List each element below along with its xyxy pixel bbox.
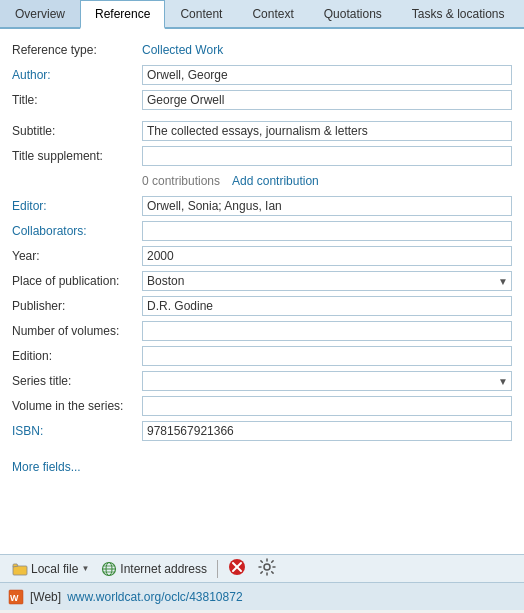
toolbar-separator bbox=[217, 560, 218, 578]
web-icon: W bbox=[8, 589, 24, 605]
year-row: Year: bbox=[12, 245, 512, 267]
year-label: Year: bbox=[12, 249, 142, 263]
edition-label: Edition: bbox=[12, 349, 142, 363]
series-title-label: Series title: bbox=[12, 374, 142, 388]
volume-label: Volume in the series: bbox=[12, 399, 142, 413]
url-bar: W [Web] www.worldcat.org/oclc/43810872 bbox=[0, 582, 524, 610]
volume-row: Volume in the series: bbox=[12, 395, 512, 417]
svg-text:W: W bbox=[10, 593, 19, 603]
content-area: Reference type: Collected Work Author: T… bbox=[0, 29, 524, 554]
local-file-button[interactable]: Local file ▼ bbox=[8, 559, 93, 579]
local-file-dropdown-icon: ▼ bbox=[81, 564, 89, 573]
edition-row: Edition: bbox=[12, 345, 512, 367]
local-file-icon bbox=[12, 561, 28, 577]
series-title-row: Series title: ▼ bbox=[12, 370, 512, 392]
svg-point-9 bbox=[264, 564, 270, 570]
collaborators-label: Collaborators: bbox=[12, 224, 142, 238]
title-row: Title: bbox=[12, 89, 512, 111]
editor-label: Editor: bbox=[12, 199, 142, 213]
publisher-label: Publisher: bbox=[12, 299, 142, 313]
contributions-row: 0 contributions Add contribution bbox=[12, 170, 512, 192]
internet-address-button[interactable]: Internet address bbox=[97, 559, 211, 579]
subtitle-input[interactable] bbox=[142, 121, 512, 141]
tab-overview[interactable]: Overview bbox=[0, 0, 80, 27]
num-volumes-label: Number of volumes: bbox=[12, 324, 142, 338]
subtitle-label: Subtitle: bbox=[12, 124, 142, 138]
publisher-row: Publisher: bbox=[12, 295, 512, 317]
editor-row: Editor: bbox=[12, 195, 512, 217]
num-volumes-row: Number of volumes: bbox=[12, 320, 512, 342]
more-fields-link[interactable]: More fields... bbox=[12, 460, 81, 474]
delete-button[interactable] bbox=[224, 558, 250, 579]
tab-quotations[interactable]: Quotations bbox=[309, 0, 397, 27]
title-supplement-label: Title supplement: bbox=[12, 149, 142, 163]
tab-bar: Overview Reference Content Context Quota… bbox=[0, 0, 524, 29]
subtitle-row: Subtitle: bbox=[12, 120, 512, 142]
author-input[interactable] bbox=[142, 65, 512, 85]
tab-context[interactable]: Context bbox=[237, 0, 308, 27]
url-link[interactable]: www.worldcat.org/oclc/43810872 bbox=[67, 590, 242, 604]
isbn-row: ISBN: bbox=[12, 420, 512, 442]
edition-input[interactable] bbox=[142, 346, 512, 366]
author-label: Author: bbox=[12, 68, 142, 82]
title-input[interactable] bbox=[142, 90, 512, 110]
bottom-toolbar: Local file ▼ Internet address bbox=[0, 554, 524, 582]
url-label: [Web] bbox=[30, 590, 61, 604]
year-input[interactable] bbox=[142, 246, 512, 266]
title-supplement-row: Title supplement: bbox=[12, 145, 512, 167]
collaborators-row: Collaborators: bbox=[12, 220, 512, 242]
contributions-count: 0 contributions bbox=[142, 174, 220, 188]
add-contribution-link[interactable]: Add contribution bbox=[232, 174, 319, 188]
tab-reference[interactable]: Reference bbox=[80, 0, 165, 29]
editor-input[interactable] bbox=[142, 196, 512, 216]
place-row: Place of publication: Boston ▼ bbox=[12, 270, 512, 292]
internet-address-label: Internet address bbox=[120, 562, 207, 576]
place-select[interactable]: Boston bbox=[142, 271, 512, 291]
isbn-label: ISBN: bbox=[12, 424, 142, 438]
reference-type-row: Reference type: Collected Work bbox=[12, 39, 512, 61]
more-fields-row: More fields... bbox=[12, 452, 512, 474]
volume-input[interactable] bbox=[142, 396, 512, 416]
series-title-select[interactable] bbox=[142, 371, 512, 391]
place-label: Place of publication: bbox=[12, 274, 142, 288]
series-select-wrapper: ▼ bbox=[142, 371, 512, 391]
author-row: Author: bbox=[12, 64, 512, 86]
title-supplement-input[interactable] bbox=[142, 146, 512, 166]
place-select-wrapper: Boston ▼ bbox=[142, 271, 512, 291]
collaborators-input[interactable] bbox=[142, 221, 512, 241]
reference-type-value[interactable]: Collected Work bbox=[142, 43, 223, 57]
num-volumes-input[interactable] bbox=[142, 321, 512, 341]
reference-type-label: Reference type: bbox=[12, 43, 142, 57]
local-file-label: Local file bbox=[31, 562, 78, 576]
tab-tasks-locations[interactable]: Tasks & locations bbox=[397, 0, 520, 27]
isbn-input[interactable] bbox=[142, 421, 512, 441]
publisher-input[interactable] bbox=[142, 296, 512, 316]
internet-address-icon bbox=[101, 561, 117, 577]
title-label: Title: bbox=[12, 93, 142, 107]
tab-content[interactable]: Content bbox=[165, 0, 237, 27]
settings-button[interactable] bbox=[254, 558, 280, 579]
svg-rect-0 bbox=[13, 566, 27, 575]
